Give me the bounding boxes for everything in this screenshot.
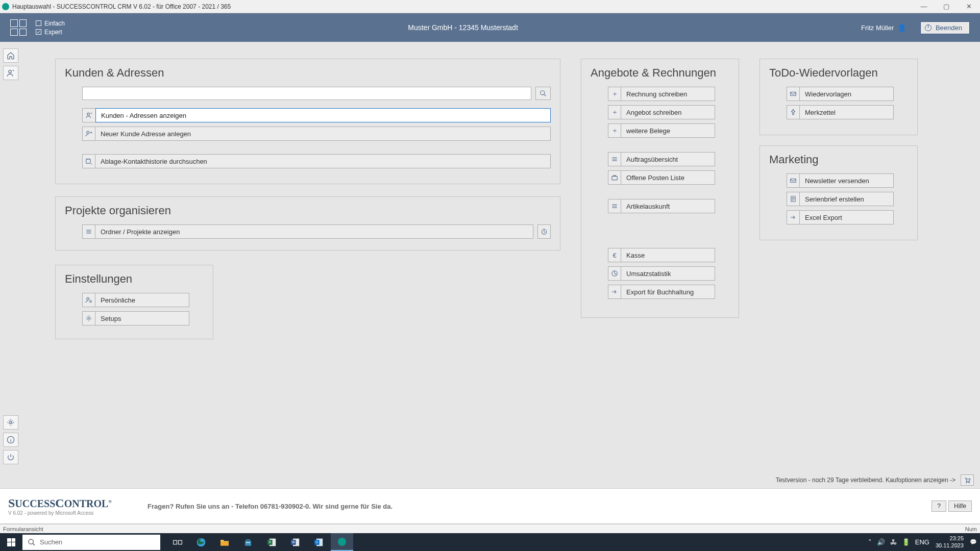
- info-button[interactable]: [3, 433, 18, 447]
- offers-panel: Angebote & Rechnungen ＋ Rechnung schreib…: [581, 59, 739, 318]
- search-button[interactable]: [535, 87, 551, 100]
- article-info-button[interactable]: Artikelauskunft: [608, 199, 715, 213]
- article-info-label: Artikelauskunft: [621, 199, 715, 213]
- help-button[interactable]: Hilfe: [948, 500, 972, 512]
- customers-new-button[interactable]: Neuer Kunde Adresse anlegen: [82, 127, 551, 141]
- minimize-button[interactable]: —: [919, 3, 929, 10]
- app-menu-icon[interactable]: [10, 19, 27, 36]
- marketing-panel: Marketing Newsletter versenden Serienbri…: [760, 145, 918, 240]
- tray-language[interactable]: ENG: [915, 538, 929, 546]
- gear-icon: [7, 418, 15, 427]
- mail-icon: [787, 173, 800, 188]
- pin-icon: [787, 105, 800, 119]
- mode-expert-toggle[interactable]: ✓ Expert: [36, 29, 65, 36]
- document-icon: [787, 192, 800, 206]
- newsletter-button[interactable]: Newsletter versenden: [787, 173, 894, 188]
- setups-button[interactable]: Setups: [82, 311, 189, 325]
- power-icon: [7, 453, 15, 461]
- todo-title: ToDo-Wiedervorlagen: [769, 66, 908, 80]
- serialletter-button[interactable]: Serienbrief erstellen: [787, 192, 894, 206]
- plus-icon: ＋: [608, 105, 621, 119]
- history-icon: [82, 154, 95, 168]
- power-icon: [925, 24, 932, 31]
- revenue-stats-button[interactable]: Umsatzstatistik: [608, 266, 715, 281]
- settings-title: Einstellungen: [65, 272, 204, 286]
- home-button[interactable]: [3, 48, 18, 63]
- mode-expert-label: Expert: [44, 29, 62, 36]
- excel-export-button[interactable]: Excel Export: [787, 210, 894, 224]
- settings-gear-button[interactable]: [3, 415, 18, 430]
- projects-timer-button[interactable]: [537, 224, 551, 239]
- more-docs-button[interactable]: ＋ weitere Belege: [608, 123, 715, 138]
- customers-show-button[interactable]: Kunden - Adressen anzeigen: [82, 108, 551, 122]
- word-button[interactable]: W: [284, 533, 306, 551]
- question-button[interactable]: ?: [932, 500, 946, 512]
- resubmissions-label: Wiedervorlagen: [800, 87, 894, 101]
- excel-button[interactable]: X: [260, 533, 283, 551]
- list-icon: [608, 152, 621, 166]
- tray-volume-icon[interactable]: 🔊: [877, 538, 885, 546]
- close-button[interactable]: ✕: [964, 3, 974, 10]
- svg-text:O: O: [315, 540, 318, 544]
- task-view-button[interactable]: [166, 533, 189, 551]
- contact-history-button[interactable]: Ablage-Kontakthistorie durchsuchen: [82, 154, 551, 168]
- projects-show-button[interactable]: Ordner / Projekte anzeigen: [82, 224, 533, 239]
- system-clock[interactable]: 23:25 30.11.2023: [936, 535, 964, 548]
- mail-icon: [787, 87, 800, 101]
- maximize-button[interactable]: ▢: [941, 3, 951, 10]
- open-items-button[interactable]: Offene Posten Liste: [608, 170, 715, 185]
- footer-message: Fragen? Rufen Sie uns an - Telefon 06781…: [148, 503, 393, 510]
- store-button[interactable]: [237, 533, 259, 551]
- tray-network-icon[interactable]: 🖧: [890, 538, 897, 546]
- notes-button[interactable]: Merkzettel: [787, 105, 894, 119]
- notifications-icon[interactable]: 💬: [970, 539, 977, 545]
- personal-settings-button[interactable]: Persönliche: [82, 293, 189, 307]
- trial-text: Testversion - noch 29 Tage verbleibend. …: [776, 477, 955, 484]
- person-add-icon: [82, 127, 95, 141]
- person-gear-icon: [82, 293, 95, 307]
- tray-battery-icon[interactable]: 🔋: [902, 538, 910, 546]
- excel-icon: X: [266, 538, 277, 547]
- start-button[interactable]: [0, 533, 22, 551]
- window-titlebar: Hauptauswahl - SUCCESSCONTROL CRM V 6.02…: [0, 0, 980, 13]
- write-offer-label: Angebot schreiben: [621, 105, 715, 119]
- svg-rect-23: [245, 541, 251, 546]
- cart-icon: [964, 477, 971, 484]
- current-user[interactable]: Fritz Müller 👤: [861, 24, 906, 32]
- brand-logo: SUCCESSCONTROL® V 6.02 - powered by Micr…: [8, 496, 112, 516]
- clock-time: 23:25: [936, 535, 964, 542]
- mode-simple-toggle[interactable]: Einfach: [36, 20, 65, 27]
- cash-button[interactable]: € Kasse: [608, 248, 715, 262]
- windows-search[interactable]: Suchen: [22, 535, 160, 550]
- accounting-export-button[interactable]: Export für Buchhaltung: [608, 285, 715, 299]
- svg-text:W: W: [292, 540, 296, 544]
- search-placeholder: Suchen: [40, 538, 62, 546]
- main-content: Kunden & Adressen Kunden - Adressen anze…: [24, 48, 977, 490]
- customer-search-input[interactable]: [82, 87, 531, 100]
- todo-panel: ToDo-Wiedervorlagen Wiedervorlagen Merkz…: [760, 59, 918, 135]
- marketing-title: Marketing: [769, 153, 908, 166]
- resubmissions-button[interactable]: Wiedervorlagen: [787, 87, 894, 101]
- company-title: Muster GmbH - 12345 Musterstadt: [65, 23, 861, 32]
- write-offer-button[interactable]: ＋ Angebot schreiben: [608, 105, 715, 119]
- svg-rect-13: [791, 92, 796, 96]
- order-overview-button[interactable]: Auftragsübersicht: [608, 152, 715, 166]
- buy-button[interactable]: [961, 474, 974, 486]
- edge-button[interactable]: [190, 533, 212, 551]
- outlook-button[interactable]: O: [307, 533, 330, 551]
- successcontrol-button[interactable]: [331, 533, 353, 551]
- footer-bar: SUCCESSCONTROL® V 6.02 - powered by Micr…: [0, 488, 980, 524]
- svg-rect-19: [174, 540, 177, 544]
- exit-button[interactable]: Beenden: [920, 21, 970, 34]
- exit-label: Beenden: [936, 24, 962, 32]
- plus-icon: ＋: [608, 123, 621, 138]
- write-invoice-button[interactable]: ＋ Rechnung schreiben: [608, 87, 715, 101]
- tray-chevron-icon[interactable]: ˄: [868, 538, 872, 546]
- svg-point-9: [90, 300, 92, 303]
- explorer-button[interactable]: [213, 533, 236, 551]
- write-invoice-label: Rechnung schreiben: [621, 87, 715, 101]
- excel-export-label: Excel Export: [800, 210, 894, 224]
- power-off-button[interactable]: [3, 450, 18, 464]
- contacts-button[interactable]: [3, 66, 18, 80]
- search-icon: [540, 90, 547, 97]
